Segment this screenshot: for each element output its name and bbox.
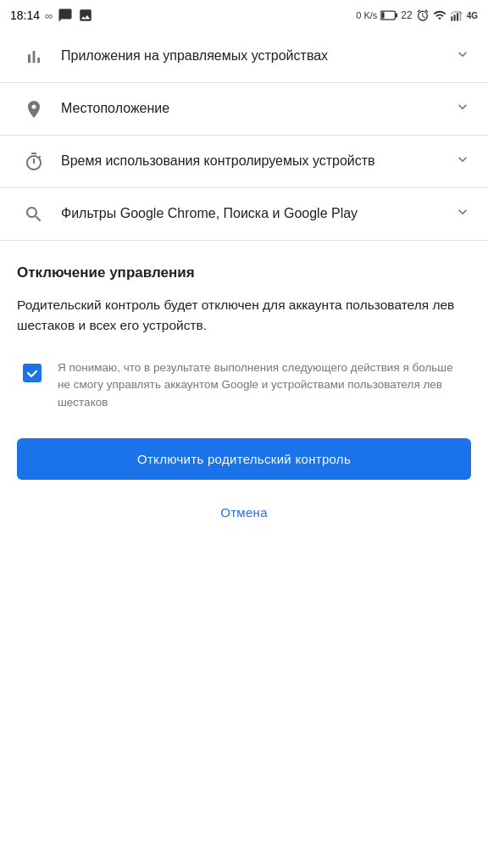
svg-rect-5 xyxy=(457,13,458,20)
menu-item-location[interactable]: Местоположение xyxy=(0,83,488,136)
disable-title: Отключение управления xyxy=(17,264,471,281)
svg-rect-6 xyxy=(459,11,461,20)
bar-chart-icon xyxy=(24,47,44,67)
search-icon-container xyxy=(17,204,51,225)
menu-item-filters[interactable]: Фильтры Google Chrome, Поиска и Google P… xyxy=(0,188,488,241)
menu-item-apps[interactable]: Приложения на управляемых устройствах xyxy=(0,31,488,83)
timer-icon-container xyxy=(17,152,51,172)
status-right-icons: 0 K/s 22 4G xyxy=(356,8,478,22)
screentime-chevron xyxy=(454,151,471,172)
location-icon xyxy=(24,99,44,120)
network-speed: 0 K/s xyxy=(356,10,377,20)
filters-chevron xyxy=(454,203,471,225)
battery-percent: 22 xyxy=(401,9,412,21)
battery-icon xyxy=(380,9,397,21)
checkbox-row[interactable]: Я понимаю, что в результате выполнения с… xyxy=(17,359,471,411)
timer-icon xyxy=(24,152,44,172)
cancel-button[interactable]: Отмена xyxy=(17,493,471,531)
status-carrier: ∞ xyxy=(45,9,53,22)
status-time: 18:14 ∞ xyxy=(10,8,93,23)
menu-item-screentime[interactable]: Время использования контролируемых устро… xyxy=(0,136,488,188)
alarm-icon xyxy=(416,8,430,22)
location-icon-container xyxy=(17,99,51,120)
location-chevron xyxy=(454,98,471,120)
apps-label: Приложения на управляемых устройствах xyxy=(51,47,454,65)
understanding-checkbox[interactable] xyxy=(23,364,42,382)
disable-description: Родительский контроль будет отключен для… xyxy=(17,295,471,336)
disable-section: Отключение управления Родительский контр… xyxy=(0,241,488,548)
svg-rect-1 xyxy=(396,14,397,18)
checkmark-icon xyxy=(26,367,38,379)
svg-rect-2 xyxy=(382,12,385,19)
image-icon xyxy=(78,8,93,23)
checkbox-container[interactable] xyxy=(20,361,44,385)
search-icon xyxy=(24,204,44,225)
network-type: 4G xyxy=(467,11,478,20)
menu-list: Приложения на управляемых устройствах Ме… xyxy=(0,31,488,241)
wifi-icon xyxy=(433,8,446,22)
screentime-label: Время использования контролируемых устро… xyxy=(51,152,454,170)
svg-rect-3 xyxy=(451,16,452,20)
signal-icon xyxy=(450,8,463,22)
apps-icon-container xyxy=(17,47,51,67)
apps-chevron xyxy=(454,46,471,67)
status-bar: 18:14 ∞ 0 K/s 22 4G xyxy=(0,0,488,31)
message-icon xyxy=(58,8,73,23)
location-label: Местоположение xyxy=(51,99,454,118)
svg-rect-4 xyxy=(453,14,455,20)
time-display: 18:14 xyxy=(10,8,40,22)
filters-label: Фильтры Google Chrome, Поиска и Google P… xyxy=(51,204,454,223)
disable-button[interactable]: Отключить родительский контроль xyxy=(17,438,471,480)
checkbox-label: Я понимаю, что в результате выполнения с… xyxy=(58,359,468,411)
